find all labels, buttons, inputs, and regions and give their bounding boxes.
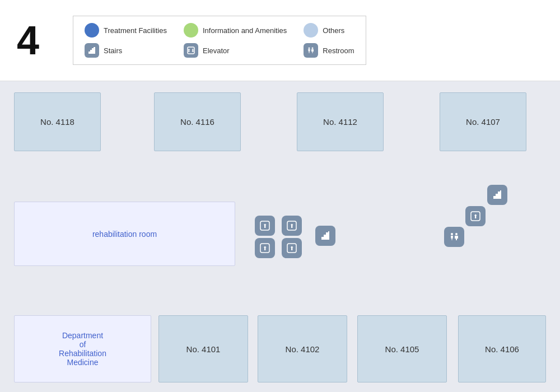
elevator-icon: ⬆⬇ — [184, 43, 198, 58]
elevator-icon-1[interactable]: ⬆ — [255, 216, 275, 236]
legend-item-info: Information and Amenities — [184, 23, 287, 38]
restroom-label: Restroom — [323, 46, 354, 55]
treatment-label: Treatment Facilities — [104, 26, 167, 35]
room-4112: No. 4112 — [297, 92, 384, 151]
elevator-icon-5[interactable]: ⬆ — [465, 206, 486, 226]
others-label: Others — [323, 26, 344, 35]
legend-item-restroom: Restroom — [304, 43, 354, 58]
room-4106: No. 4106 — [458, 315, 546, 382]
room-4116: No. 4116 — [154, 92, 241, 151]
room-4107: No. 4107 — [440, 92, 526, 151]
restroom-icon — [304, 43, 318, 58]
elevator-icon-4[interactable]: ⬆ — [282, 238, 302, 258]
room-4101: No. 4101 — [158, 315, 248, 382]
treatment-icon — [85, 23, 99, 38]
legend: Treatment Facilities Information and Ame… — [73, 16, 366, 65]
room-dept: Department of Rehabilitation Medicine — [14, 315, 151, 382]
svg-text:⬆: ⬆ — [263, 245, 267, 251]
info-icon — [184, 23, 198, 38]
room-4102: No. 4102 — [258, 315, 347, 382]
svg-text:⬆⬇: ⬆⬇ — [187, 48, 195, 53]
svg-text:⬆: ⬆ — [263, 223, 267, 229]
svg-point-15 — [455, 233, 458, 235]
others-icon — [304, 23, 318, 38]
svg-text:⬆: ⬆ — [473, 213, 478, 220]
legend-item-treatment: Treatment Facilities — [85, 23, 167, 38]
svg-text:⬆: ⬆ — [290, 245, 294, 251]
room-rehab: rehabilitation room — [14, 202, 235, 266]
elevator-icon-3[interactable]: ⬆ — [255, 238, 275, 258]
elevator-label: Elevator — [203, 46, 230, 55]
svg-point-2 — [309, 48, 310, 49]
legend-item-elevator: ⬆⬇ Elevator — [184, 43, 287, 58]
legend-item-others: Others — [304, 23, 354, 38]
info-label: Information and Amenities — [203, 26, 287, 35]
svg-point-14 — [451, 233, 453, 235]
svg-text:⬆: ⬆ — [290, 223, 294, 229]
header: 4 Treatment Facilities Information and A… — [0, 0, 560, 81]
restroom-icon-1[interactable] — [444, 227, 464, 247]
elevator-icon-2[interactable]: ⬆ — [282, 216, 302, 236]
svg-point-3 — [312, 48, 314, 49]
legend-item-stairs: Stairs — [85, 43, 167, 58]
stairs-icon-2[interactable] — [487, 185, 507, 205]
stairs-icon — [85, 43, 99, 58]
room-4105: No. 4105 — [357, 315, 447, 382]
floor-number: 4 — [17, 20, 39, 60]
floor-plan: No. 4118 No. 4116 No. 4112 No. 4107 reha… — [0, 81, 560, 392]
room-4118: No. 4118 — [14, 92, 101, 151]
stairs-icon-1[interactable] — [315, 226, 335, 246]
stairs-label: Stairs — [104, 46, 122, 55]
